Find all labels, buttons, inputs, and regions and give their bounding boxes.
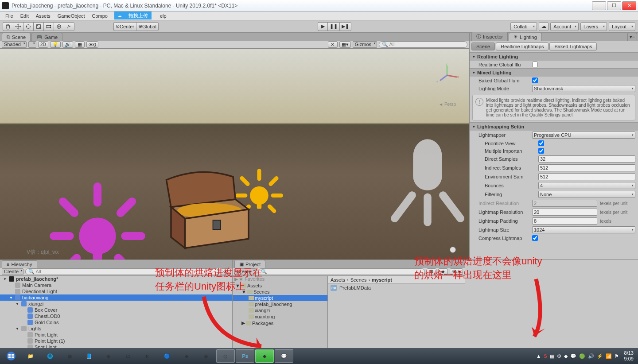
transform-tool-button[interactable] (54, 22, 64, 31)
taskbar-explorer-icon[interactable]: 📁 (21, 349, 40, 363)
taskbar-app5-icon[interactable]: ◆ (177, 349, 196, 363)
tray-icon[interactable]: 🟢 (579, 353, 585, 359)
global-local-button[interactable]: ⊕ Global (136, 22, 159, 31)
tray-icon[interactable]: 🔊 (588, 353, 594, 359)
taskbar-wechat-icon[interactable]: 💬 (275, 349, 293, 363)
shading-mode-dropdown[interactable]: Shaded (2, 41, 27, 48)
layout-dropdown[interactable]: Layout (609, 22, 635, 31)
project-breadcrumb[interactable]: Assets › Scenes › myscript (328, 276, 465, 284)
menu-assets[interactable]: Assets (32, 12, 54, 19)
project-folder[interactable]: xiangzi (233, 307, 327, 314)
tray-icon[interactable]: ▲ (536, 353, 541, 359)
bounces-dropdown[interactable]: 4 (538, 182, 635, 189)
hierarchy-item[interactable]: Point Light (0, 332, 232, 338)
project-favorites[interactable]: ▶ ★ Favorites (233, 276, 327, 283)
project-search-input[interactable]: 🔍 (258, 268, 425, 275)
project-asset-item[interactable]: C# PrefabLMData (328, 284, 465, 292)
camera-settings-button[interactable]: ✕ (328, 41, 338, 48)
grid-button[interactable]: ▦▾ (339, 41, 351, 48)
collab-dropdown[interactable]: Collab (510, 22, 537, 31)
taskbar-unity-icon[interactable]: ◆ (255, 349, 274, 363)
hierarchy-item[interactable]: ▼baibaoxiang (0, 294, 232, 301)
hand-tool-button[interactable] (3, 22, 13, 31)
taskbar-app1-icon[interactable]: ▦ (60, 349, 79, 363)
project-create-dropdown[interactable]: Create (234, 268, 256, 275)
rotate-tool-button[interactable] (23, 22, 33, 31)
indirect-samples-input[interactable]: 512 (538, 164, 635, 171)
window-minimize-button[interactable]: ─ (592, 1, 606, 10)
lighting-scene-tab[interactable]: Scene (471, 43, 495, 50)
hierarchy-item[interactable]: Gold Coins (0, 319, 232, 325)
hierarchy-item[interactable]: ▼Lights (0, 325, 232, 332)
hierarchy-item[interactable]: Directional Light (0, 288, 232, 294)
system-tray[interactable]: ▲ S ▦ ⚙ ◆ 💬 🟢 🔊 ⚡ 📶 ⚑ 8/139:09 (536, 350, 636, 362)
menu-component[interactable]: Compo (88, 12, 111, 19)
scene-camera-icon[interactable] (450, 247, 456, 253)
realtime-lightmaps-tab[interactable]: Realtime Lightmaps (496, 43, 549, 50)
taskbar-app7-icon[interactable]: ◎ (216, 349, 235, 363)
move-tool-button[interactable] (13, 22, 23, 31)
hierarchy-create-dropdown[interactable]: Create (2, 268, 23, 275)
project-folder[interactable]: ▼ Scenes (233, 289, 327, 295)
baked-gi-checkbox[interactable] (532, 77, 538, 83)
tray-icon[interactable]: ◆ (564, 353, 568, 359)
compress-lightmaps-checkbox[interactable] (532, 235, 538, 241)
project-folder[interactable]: ▼ Assets (233, 283, 327, 289)
step-button[interactable]: ▶❚ (339, 22, 351, 31)
project-folder[interactable]: xuantong (233, 314, 327, 320)
scene-viewport[interactable]: ◄ Persp y x z V信：qtpl_wx (0, 49, 469, 259)
lightmapping-header[interactable]: Lightmapping Settin (470, 122, 638, 131)
lighting-toggle[interactable]: 💡 (50, 41, 61, 48)
hierarchy-item[interactable]: ▼xiangzi (0, 301, 232, 307)
tray-icon[interactable]: ⚡ (597, 353, 603, 359)
audio-toggle[interactable]: 🔊 (62, 41, 73, 48)
project-favorite-button[interactable]: ★ (438, 268, 448, 275)
orientation-gizmo[interactable]: y x z (434, 62, 460, 89)
realtime-gi-checkbox[interactable] (532, 62, 538, 67)
hierarchy-search-input[interactable]: 🔍 All (25, 268, 219, 275)
lightmap-size-dropdown[interactable]: 1024 (532, 226, 635, 233)
taskbar-ie-icon[interactable]: 🌐 (41, 349, 59, 363)
scene-tab[interactable]: ⧉ Scene (2, 33, 31, 41)
environment-samples-input[interactable]: 512 (538, 173, 635, 180)
account-dropdown[interactable]: Account (550, 22, 579, 31)
taskbar-folder-icon[interactable]: 🗂 (119, 349, 137, 363)
project-asset-list[interactable]: Assets › Scenes › myscript C# PrefabLMDa… (328, 276, 465, 357)
lightmap-resolution-input[interactable]: 20 (532, 209, 597, 216)
cloud-button[interactable]: ☁ (539, 22, 549, 31)
start-button[interactable] (2, 349, 20, 363)
direct-samples-input[interactable]: 32 (538, 155, 635, 163)
taskbar-app2-icon[interactable]: 📘 (80, 349, 98, 363)
taskbar-app6-icon[interactable]: ◉ (197, 349, 215, 363)
lighting-mode-dropdown[interactable]: Shadowmask (532, 85, 635, 92)
pause-button[interactable]: ❚❚ (327, 22, 339, 31)
tray-icon[interactable]: ⚑ (615, 353, 619, 359)
taskbar-app4-icon[interactable]: 🔵 (158, 349, 176, 363)
menu-gameobject[interactable]: GameObject (54, 12, 89, 19)
pivot-center-button[interactable]: ⊙ Center (113, 22, 136, 31)
hierarchy-tree[interactable]: ▼prefab_jiaocheng*Main CameraDirectional… (0, 276, 232, 357)
taskbar-app3-icon[interactable]: ◐ (138, 349, 157, 363)
taskbar-photoshop-icon[interactable]: Ps (236, 349, 254, 363)
mixed-lighting-header[interactable]: Mixed Lighting (470, 68, 638, 77)
custom-tool-button[interactable] (64, 22, 74, 31)
hierarchy-item[interactable]: ChestLOD0 (0, 313, 232, 319)
hierarchy-item[interactable]: Box Cover (0, 307, 232, 313)
menu-edit[interactable]: Edit (17, 12, 32, 19)
window-maximize-button[interactable]: ☐ (607, 1, 621, 10)
tray-icon[interactable]: S (544, 353, 547, 359)
render-mode-button[interactable] (28, 41, 36, 48)
tray-icon[interactable]: ▦ (550, 353, 554, 359)
inspector-tab[interactable]: ⓘ Inspector (471, 32, 508, 41)
taskbar-clock[interactable]: 8/139:09 (624, 350, 634, 362)
hidden-toggle[interactable]: 👁 0 (86, 41, 98, 48)
scene-search-input[interactable]: 🔍 All (379, 41, 467, 48)
project-tab[interactable]: ▣ Project (234, 260, 265, 268)
tray-icon[interactable]: ⚙ (557, 353, 561, 359)
panel-options-button[interactable]: ▾≡ (627, 33, 637, 41)
game-tab[interactable]: 🎮 Game (31, 33, 62, 41)
lightmap-padding-input[interactable]: 8 (532, 217, 597, 225)
hierarchy-visibility-button[interactable]: 👁 (221, 268, 230, 275)
menu-file[interactable]: File (2, 12, 17, 19)
project-filter-button[interactable]: ⚙ (427, 268, 436, 275)
